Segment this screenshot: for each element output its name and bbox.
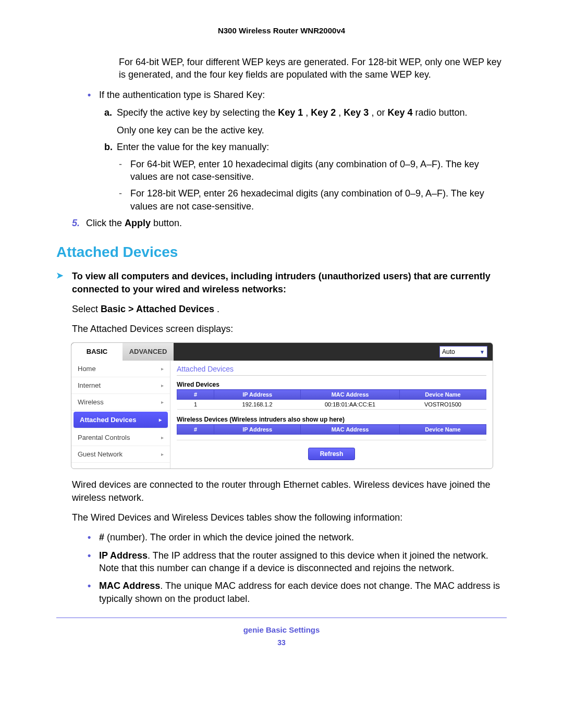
sub-a-key4: Key 4	[387, 107, 412, 118]
intro-para: For 64-bit WEP, four different WEP keys …	[56, 56, 507, 81]
sub-b-text: Enter the value for the key manually:	[117, 141, 269, 153]
bullet-icon: •	[88, 89, 99, 101]
chevron-right-icon: ▸	[161, 399, 164, 405]
col-num: #	[177, 390, 214, 400]
sidebar-item-internet[interactable]: Internet▸	[71, 377, 170, 394]
col-mac: MAC Address	[301, 425, 400, 435]
chevron-down-icon: ▼	[480, 349, 485, 355]
tab-advanced[interactable]: ADVANCED	[123, 343, 174, 361]
after-para-1: Wired devices are connected to the route…	[56, 478, 507, 504]
sidebar-item-wireless[interactable]: Wireless▸	[71, 394, 170, 411]
bullet-icon: •	[88, 531, 99, 544]
table-row: 1 192.168.1.2 00:1B:01:AA:CC:E1 VOSTRO15…	[177, 400, 486, 410]
footer-title: genie Basic Settings	[56, 625, 507, 634]
apply-bold: Apply	[125, 218, 151, 228]
sub-a-prefix: Specify the active key by selecting the	[117, 107, 278, 118]
task-intro: ➤ To view all computers and devices, inc…	[56, 270, 507, 295]
sidebar-item-guest-network[interactable]: Guest Network▸	[71, 446, 170, 463]
bullet-icon: •	[88, 579, 99, 605]
bullet-num: • # (number). The order in which the dev…	[56, 531, 507, 544]
sidebar-item-label: Internet	[78, 381, 101, 389]
sidebar-item-parental-controls[interactable]: Parental Controls▸	[71, 429, 170, 446]
sidebar-item-home[interactable]: Home▸	[71, 361, 170, 377]
wireless-table: # IP Address MAC Address Device Name	[177, 424, 486, 435]
sidebar-item-label: Parental Controls	[78, 434, 130, 441]
col-ip: IP Address	[214, 425, 301, 435]
step-5: 5. Click the Apply button.	[56, 217, 507, 229]
dash-1: - For 64-bit WEP, enter 10 hexadecimal d…	[56, 158, 507, 183]
dash-icon: -	[119, 187, 130, 213]
wireless-caption: Wireless Devices (Wireless intruders als…	[177, 416, 486, 423]
chevron-right-icon: ▸	[161, 435, 164, 440]
dash-1-text: For 64-bit WEP, enter 10 hexadecimal dig…	[130, 158, 507, 183]
tab-basic[interactable]: BASIC	[71, 343, 123, 361]
sub-a-key2: Key 2	[311, 107, 336, 118]
bullet-mac: • MAC Address. The unique MAC address fo…	[56, 579, 507, 605]
chevron-right-icon: ▸	[161, 451, 164, 457]
sub-b: b. Enter the value for the key manually:	[56, 141, 507, 153]
step-5-num: 5.	[72, 217, 86, 229]
sub-a-mark: a.	[104, 106, 117, 137]
dash-icon: -	[119, 158, 130, 183]
panel-title: Attached Devices	[177, 365, 486, 373]
bullet-icon: •	[88, 549, 99, 575]
cell-num: 1	[177, 400, 214, 410]
footer-page: 33	[56, 638, 507, 647]
dash-2: - For 128-bit WEP, enter 26 hexadecimal …	[56, 187, 507, 213]
task-intro-text: To view all computers and devices, inclu…	[72, 270, 507, 295]
col-name: Device Name	[399, 390, 486, 400]
after-para-2: The Wired Devices and Wireless Devices t…	[56, 511, 507, 524]
dash-2-text: For 128-bit WEP, enter 26 hexadecimal di…	[130, 187, 507, 213]
screen-caption: The Attached Devices screen displays:	[56, 323, 507, 335]
wired-table: # IP Address MAC Address Device Name 1 1…	[177, 389, 486, 410]
sidebar-item-attached-devices[interactable]: Attached Devices▸	[74, 412, 168, 428]
sidebar-item-label: Guest Network	[78, 450, 123, 458]
page-footer: genie Basic Settings 33	[56, 618, 507, 647]
select-path: Select Basic > Attached Devices .	[56, 303, 507, 315]
chevron-right-icon: ▸	[161, 382, 164, 388]
chevron-right-icon: ▸	[159, 417, 162, 423]
router-screenshot: BASIC ADVANCED Auto ▼ Home▸Internet▸Wire…	[71, 342, 493, 469]
refresh-button[interactable]: Refresh	[308, 448, 356, 460]
sidebar: Home▸Internet▸Wireless▸Attached Devices▸…	[71, 361, 170, 468]
arrow-icon: ➤	[56, 270, 72, 295]
doc-header: N300 Wireless Router WNR2000v4	[56, 26, 507, 35]
sidebar-item-label: Attached Devices	[80, 416, 136, 424]
col-num: #	[177, 425, 214, 435]
shared-key-text: If the authentication type is Shared Key…	[99, 89, 265, 101]
cell-ip: 192.168.1.2	[214, 400, 301, 410]
sub-b-mark: b.	[104, 141, 117, 153]
language-select[interactable]: Auto ▼	[439, 346, 487, 357]
sub-a-key1: Key 1	[278, 107, 303, 118]
tab-bar: BASIC ADVANCED Auto ▼	[71, 343, 493, 361]
section-title: Attached Devices	[56, 244, 507, 261]
sub-a-note: Only one key can be the active key.	[117, 125, 264, 135]
col-mac: MAC Address	[301, 390, 400, 400]
sidebar-item-label: Home	[78, 365, 96, 373]
select-path-bold: Basic > Attached Devices	[101, 304, 214, 314]
wired-caption: Wired Devices	[177, 381, 486, 388]
cell-name: VOSTRO1500	[399, 400, 486, 410]
cell-mac: 00:1B:01:AA:CC:E1	[301, 400, 400, 410]
col-ip: IP Address	[214, 390, 301, 400]
chevron-right-icon: ▸	[161, 366, 164, 372]
col-name: Device Name	[399, 425, 486, 435]
sidebar-item-label: Wireless	[78, 398, 104, 406]
shared-key-bullet: • If the authentication type is Shared K…	[56, 89, 507, 101]
sub-a-key3: Key 3	[344, 107, 369, 118]
sub-a: a. Specify the active key by selecting t…	[56, 106, 507, 137]
bullet-ip: • IP Address. The IP address that the ro…	[56, 549, 507, 575]
language-value: Auto	[442, 348, 455, 355]
